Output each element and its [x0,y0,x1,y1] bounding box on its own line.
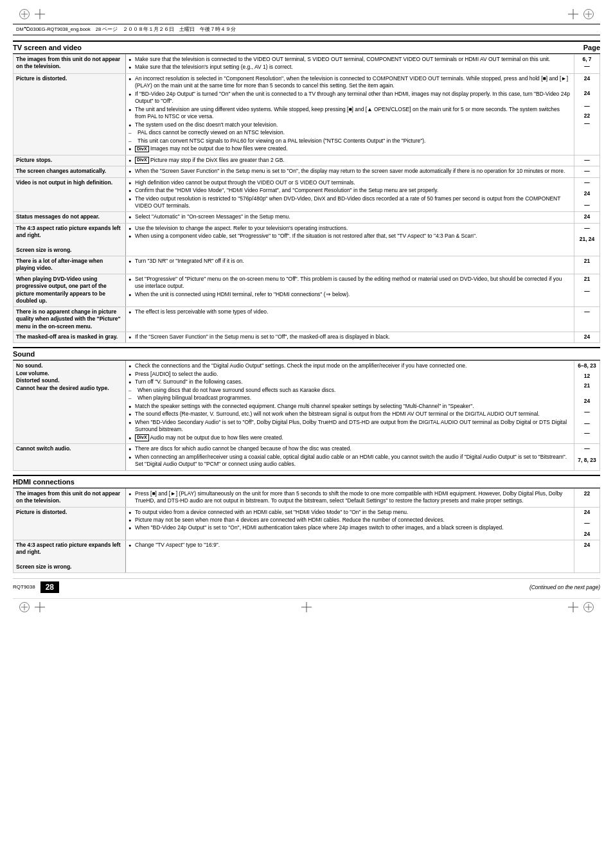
problem-cell: The screen changes automatically. [13,166,126,177]
hdmi-title-text: HDMI connections [13,478,75,486]
table-row: The screen changes automatically. When t… [13,166,600,177]
solution-cell: To output video from a device connected … [126,507,574,540]
sound-table: No sound.Low volume.Distorted sound.Cann… [13,360,600,470]
hdmi-table: The images from this unit do not appear … [13,488,600,573]
tv-screen-title: TV screen and video Page [13,40,600,54]
table-row: The masked-off area is masked in gray. I… [13,332,600,343]
registration-mark-bl [19,602,30,612]
problem-cell: The 4:3 aspect ratio picture expands lef… [13,223,126,256]
list-item: When using a component video cable, set … [129,233,571,240]
problem-cell: There is no apparent change in picture q… [13,306,126,332]
problem-cell: Cannot switch audio. [13,444,126,470]
list-item: Match the speaker settings with the conn… [129,403,571,410]
table-row: Picture is distorted. To output video fr… [13,507,600,540]
table-row: The 4:3 aspect ratio picture expands lef… [13,223,600,256]
page-ref-cell: 6, 7 — [574,55,600,74]
crosshair-bl [35,602,45,612]
solution-cell: The effect is less perceivable with some… [126,306,574,332]
list-item: When "BD-Video 24p Output" is set to "On… [129,524,571,531]
list-item: Make sure that the television is connect… [129,56,571,63]
problem-cell: Picture is distorted. [13,507,126,540]
list-item: Set "Progressive" of "Picture" menu on t… [129,276,571,290]
divx-badge: DivX [135,146,149,152]
continued-text: (Continued on the next page) [529,584,600,590]
page-ref-cell: — [574,155,600,166]
table-row: Cannot switch audio. There are discs for… [13,444,600,470]
crosshair-tl [35,9,45,19]
page-ref-cell: 6–8, 23 12 21 24 — — — [574,361,600,444]
bottom-markers-row [13,598,600,616]
crosshair-br [568,602,578,612]
list-item: There are discs for which audio cannot b… [129,445,571,452]
page-ref-cell: — 7, 8, 23 [574,444,600,470]
list-item: The video output resolution is restricte… [129,195,571,210]
page-ref-cell: — 21, 24 [574,223,600,256]
list-item: This unit can convert NTSC signals to PA… [129,137,571,145]
page-ref-cell: 22 [574,488,600,507]
list-item: To output video from a device connected … [129,509,571,516]
table-row: Status messages do not appear. Select "A… [13,212,600,223]
tv-screen-section: TV screen and video Page The images from… [13,40,600,343]
problem-cell: The images from this unit do not appear … [13,55,126,74]
tv-screen-table: The images from this unit do not appear … [13,54,600,343]
solution-cell: Make sure that the television is connect… [126,55,574,74]
list-item: DivX Images may not be output due to how… [129,145,571,152]
hdmi-title: HDMI connections [13,475,600,488]
page-ref-cell: — [574,306,600,332]
page-ref-cell: 24 [574,212,600,223]
solution-cell: High definition video cannot be output t… [126,177,574,212]
list-item: Confirm that the "HDMI Video Mode", "HDM… [129,187,571,194]
table-row: There is no apparent change in picture q… [13,306,600,332]
list-item: When "BD-Video Secondary Audio" is set t… [129,419,571,434]
page-label: Page [583,44,600,51]
table-row: There is a lot of after-image when playi… [13,256,600,274]
list-item: If "BD-Video 24p Output" is turned "On" … [129,91,571,105]
list-item: Turn off "V. Surround" in the following … [129,378,571,385]
table-row: Video is not output in high definition. … [13,177,600,212]
problem-cell: The 4:3 aspect ratio picture expands lef… [13,540,126,572]
solution-cell: Select "Automatic" in "On-screen Message… [126,212,574,223]
table-row: Picture is distorted. An incorrect resol… [13,73,600,155]
solution-cell: DivX Picture may stop if the DivX files … [126,155,574,166]
divx-badge: DivX [135,434,149,441]
table-row: The 4:3 aspect ratio picture expands lef… [13,540,600,572]
sound-title: Sound [13,347,600,360]
hdmi-section: HDMI connections The images from this un… [13,475,600,573]
list-item: Picture may not be seen when more than 4… [129,517,571,524]
list-item: DivX Picture may stop if the DivX files … [129,157,571,164]
table-row: No sound.Low volume.Distorted sound.Cann… [13,361,600,444]
list-item: Make sure that the television's input se… [129,64,571,71]
registration-mark-tr [583,9,594,19]
sound-title-text: Sound [13,350,35,358]
solution-cell: An incorrect resolution is selected in "… [126,73,574,155]
list-item: When the "Screen Saver Function" in the … [129,168,571,175]
list-item: Check the connections and the "Digital A… [129,362,571,369]
list-item: The system used on the disc doesn't matc… [129,121,571,128]
list-item: An incorrect resolution is selected in "… [129,75,571,90]
page-ref-cell: 21 [574,256,600,274]
list-item: The sound effects (Re-master, V. Surroun… [129,411,571,418]
list-item: When the unit is connected using HDMI te… [129,291,571,298]
page-ref-cell: 24 [574,332,600,343]
table-row: When playing DVD-Video using progressive… [13,274,600,306]
solution-cell: When the "Screen Saver Function" in the … [126,166,574,177]
problem-cell: There is a lot of after-image when playi… [13,256,126,274]
registration-mark-br [583,602,594,612]
list-item: Select "Automatic" in "On-screen Message… [129,213,571,220]
problem-cell: Status messages do not appear. [13,212,126,223]
page-ref-cell: 24 [574,540,600,572]
page-number: 28 [40,581,59,593]
list-item: When connecting an amplifier/receiver us… [129,454,571,468]
list-item: PAL discs cannot be correctly viewed on … [129,129,571,136]
registration-mark-tl [19,9,30,19]
page-ref-cell: 24 24 — 22 — [574,73,600,155]
list-item: When playing bilingual broadcast program… [129,394,571,402]
solution-cell: Check the connections and the "Digital A… [126,361,574,444]
list-item: If the "Screen Saver Function" in the Se… [129,333,571,341]
problem-cell: The images from this unit do not appear … [13,488,126,507]
list-item: The unit and television are using differ… [129,106,571,121]
solution-cell: If the "Screen Saver Function" in the Se… [126,332,574,343]
list-item: The effect is less perceivable with some… [129,308,571,315]
solution-cell: There are discs for which audio cannot b… [126,444,574,470]
problem-cell: When playing DVD-Video using progressive… [13,274,126,306]
